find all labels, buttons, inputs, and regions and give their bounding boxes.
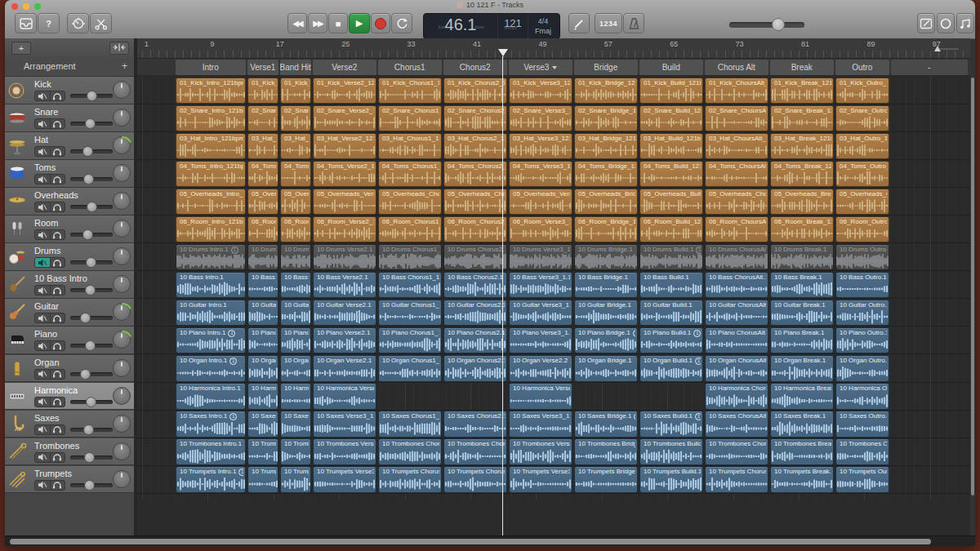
region-10-harmonica-intro-1[interactable]: 10 Harmonica Intro.1: [176, 383, 246, 410]
region-10-piano-intro-1[interactable]: 10 Piano Intro.11: [176, 327, 246, 354]
timeline-ruler[interactable]: 191725334149576573818997: [137, 38, 970, 59]
region-10-saxes-verse3-1-2[interactable]: 10 Saxes Verse3_1.2: [313, 411, 376, 438]
arrangement-marker-chorus-alt[interactable]: Chorus Alt: [705, 60, 769, 75]
region-10-guitar-verse3-1-1[interactable]: 10 Guitar Verse3_1.1: [509, 300, 572, 327]
solo-button[interactable]: [51, 230, 65, 239]
region-03-hat-choursalt-121bpm-1[interactable]: 03_Hat_ChoursAlt_121bpm.1: [705, 133, 768, 160]
region-10-bass-verse3-1-1[interactable]: 10 Bass Verse3_1.1: [509, 272, 572, 299]
volume-knob[interactable]: [84, 480, 95, 491]
region-06-room-bandhits-121bpm-1[interactable]: 06_Room_BandHits_121bpm.1: [280, 216, 311, 243]
region-10-piano-bandhits-1[interactable]: 10 Piano BandHits.1: [280, 327, 311, 354]
pan-knob[interactable]: [113, 275, 131, 293]
region-01-kick-chorus2-121bpm-1[interactable]: 01_Kick_Chorus2_121bpm.1: [443, 78, 507, 104]
tuner-button[interactable]: [568, 13, 590, 33]
region-10-trombones-intro-1[interactable]: 10 Trombones Intro.1: [176, 438, 246, 465]
volume-slider[interactable]: [70, 400, 113, 404]
region-04-toms-verse2-121bpm-1[interactable]: 04_Toms_Verse2_121bpm.1: [313, 161, 376, 188]
region-02-snare-build-121bpm-1[interactable]: 02_Snare_Build_121bpm.1: [639, 105, 703, 132]
forward-button[interactable]: ▶▶: [308, 13, 327, 33]
media-browser-button[interactable]: [956, 13, 974, 33]
volume-knob[interactable]: [85, 285, 96, 295]
region-06-room-break-121bpm-1[interactable]: 06_Room_Break_121bpm.1: [770, 216, 834, 243]
region-10-organ-verse1-1[interactable]: 10 Organ Verse1.1: [247, 355, 278, 382]
mute-button[interactable]: [35, 258, 51, 267]
region-10-bass-verse2-1[interactable]: 10 Bass Verse2.1: [313, 272, 376, 299]
arrangement-marker-verse2[interactable]: Verse2: [313, 60, 377, 75]
track-header-harmonica[interactable]: Harmonica: [5, 383, 134, 411]
region-10-guitar-intro-1[interactable]: 10 Guitar Intro.1: [176, 300, 246, 327]
solo-button[interactable]: [51, 398, 65, 407]
solo-button[interactable]: [51, 175, 65, 184]
volume-slider[interactable]: [70, 316, 113, 320]
region-10-saxes-intro-1[interactable]: 10 Saxes Intro.11: [176, 411, 246, 438]
region-10-trombones-break-1[interactable]: 10 Trombones Break.1: [770, 438, 834, 465]
region-10-drums-verse1-1[interactable]: 10 Drums Verse1.1: [247, 244, 278, 271]
horizontal-scrollbar[interactable]: [5, 535, 975, 546]
region-10-bass-break-1[interactable]: 10 Bass Break.1: [770, 272, 834, 299]
volume-slider[interactable]: [70, 288, 113, 292]
volume-slider[interactable]: [70, 344, 113, 348]
pan-knob[interactable]: [113, 331, 131, 349]
region-05-overheads-bridge-121bpm-1[interactable]: 05_Overheads_Bridge_121bpm.1: [574, 189, 638, 216]
region-10-trumpets-chorus2-1[interactable]: 10 Trumpets Chorus2.1: [443, 466, 507, 493]
region-03-hat-verse2-121bpm-1[interactable]: 03_Hat_Verse2_121bpm.1: [313, 133, 376, 160]
pan-knob[interactable]: [113, 192, 131, 210]
region-04-toms-outro-121bpm-1[interactable]: 04_Toms_Outro_121bpm.1: [835, 161, 889, 188]
region-06-room-chorus1-121bpm-1[interactable]: 06_Room_Chorus1_121bpm.1: [378, 216, 442, 243]
region-04-toms-bandhits-121bpm-1[interactable]: 04_Toms_BandHits_121bpm.1: [280, 161, 311, 188]
region-10-trumpets-verse3-1-1[interactable]: 10 Trumpets Verse3_1.1: [509, 466, 572, 493]
region-10-drums-intro-1[interactable]: 10 Drums Intro.11: [176, 244, 246, 271]
volume-knob[interactable]: [87, 202, 97, 212]
track-header-guitar[interactable]: Guitar: [5, 299, 134, 327]
library-button[interactable]: [15, 13, 37, 33]
region-10-saxes-chorus2-1[interactable]: 10 Saxes Chorus2.1: [443, 411, 507, 438]
solo-button[interactable]: [51, 370, 65, 379]
volume-slider[interactable]: [70, 483, 113, 487]
region-10-drums-chorus1-1-1[interactable]: 10 Drums Chorus1_1.1: [378, 244, 442, 271]
region-10-saxes-build-1[interactable]: 10 Saxes Build.11: [639, 411, 703, 438]
arrangement-marker-[interactable]: -: [891, 60, 969, 75]
track-header-snare[interactable]: Snare: [5, 104, 134, 132]
metronome-button[interactable]: [623, 13, 644, 33]
region-10-organ-chorusalt-1[interactable]: 10 Organ ChorusAlt.1: [705, 355, 768, 382]
region-03-hat-intro-121bpm-1[interactable]: 03_Hat_Intro_121bpm.1: [176, 133, 246, 160]
region-01-kick-bandhits-121bpm-1[interactable]: 01_Kick_BandHits_121bpm.1: [280, 78, 311, 104]
arrangement-marker-chorus1[interactable]: Chorus1: [378, 60, 443, 75]
region-06-room-bridge-121bpm-1[interactable]: 06_Room_Bridge_121bpm.1: [574, 216, 638, 243]
region-10-harmonica-break-1[interactable]: 10 Harmonica Break.1: [770, 383, 834, 410]
arrangement-marker-build[interactable]: Build: [639, 60, 704, 75]
region-10-trombones-chorus1-1-1[interactable]: 10 Trombones Chorus1_1.1: [378, 438, 442, 465]
region-10-guitar-chorusalt-1[interactable]: 10 Guitar ChorusAlt.1: [705, 300, 768, 327]
quick-help-button[interactable]: ?: [38, 13, 60, 33]
region-10-trombones-bandhits-1[interactable]: 10 Trombones BandHits.1: [280, 438, 311, 465]
region-10-harmonica-verse1-1[interactable]: 10 Harmonica Verse1.1: [247, 383, 278, 410]
region-02-snare-intro-121bpm-1[interactable]: 02_Snare_Intro_121bpm.1: [176, 105, 246, 132]
region-10-trumpets-intro-1[interactable]: 10 Trumpets Intro.11: [176, 466, 246, 493]
solo-button[interactable]: [51, 147, 65, 156]
region-02-snare-bandhits-121bpm-1[interactable]: 02_Snare_BandHits_121bpm.1: [280, 105, 311, 132]
region-10-harmonica-chorusalt-1[interactable]: 10 Harmonica ChorusAlt.1: [705, 383, 768, 410]
region-05-overheads-intro-121bpm-1[interactable]: 05_Overheads_Intro_121bpm.1: [176, 189, 246, 216]
playhead-handle[interactable]: [498, 49, 508, 56]
region-10-trombones-verse3-1-1[interactable]: 10 Trombones Verse3_1.1: [509, 438, 572, 465]
mute-button[interactable]: [35, 481, 51, 490]
mute-button[interactable]: [35, 119, 51, 128]
region-10-piano-outro-1[interactable]: 10 Piano Outro.11: [835, 327, 889, 354]
region-04-toms-choursalt-121bpm-1[interactable]: 04_Toms_ChoursAlt_121bpm.1: [705, 161, 768, 188]
region-02-snare-verse2-121bpm-1[interactable]: 02_Snare_Verse2_121bpm.1: [313, 105, 376, 132]
editors-button[interactable]: [90, 13, 112, 33]
solo-button[interactable]: [51, 286, 65, 295]
region-03-hat-outro-121bpm-1[interactable]: 03_Hat_Outro_121bpm.1: [835, 133, 889, 160]
region-03-hat-chorus2-121bpm-1[interactable]: 03_Hat_Chorus2_121bpm.1: [443, 133, 507, 160]
mute-button[interactable]: [35, 91, 51, 100]
region-02-snare-outro-121bpm-1[interactable]: 02_Snare_Outro_121bpm.1: [835, 105, 889, 132]
region-05-overheads-bandhits-121bpm-1[interactable]: 05_Overheads_BandHits_121bpm.1: [280, 189, 311, 216]
region-10-bass-bandhits-1[interactable]: 10 Bass BandHits.1: [280, 272, 311, 299]
region-05-overheads-outro-121bpm-1[interactable]: 05_Overheads_Outro_121bpm.1: [835, 189, 889, 216]
track-header-options-button[interactable]: [109, 42, 129, 55]
region-02-snare-bridge-121bpm-1[interactable]: 02_Snare_Bridge_121bpm.1: [574, 105, 638, 132]
region-10-organ-chorus2-1[interactable]: 10 Organ Chorus2.1: [443, 355, 507, 382]
vertical-scrollbar-thumb[interactable]: [971, 78, 974, 495]
region-10-saxes-outro-1[interactable]: 10 Saxes Outro.11: [835, 411, 889, 438]
region-02-snare-verse3-121bpm-1[interactable]: 02_Snare_Verse3_121bpm.1: [509, 105, 572, 132]
